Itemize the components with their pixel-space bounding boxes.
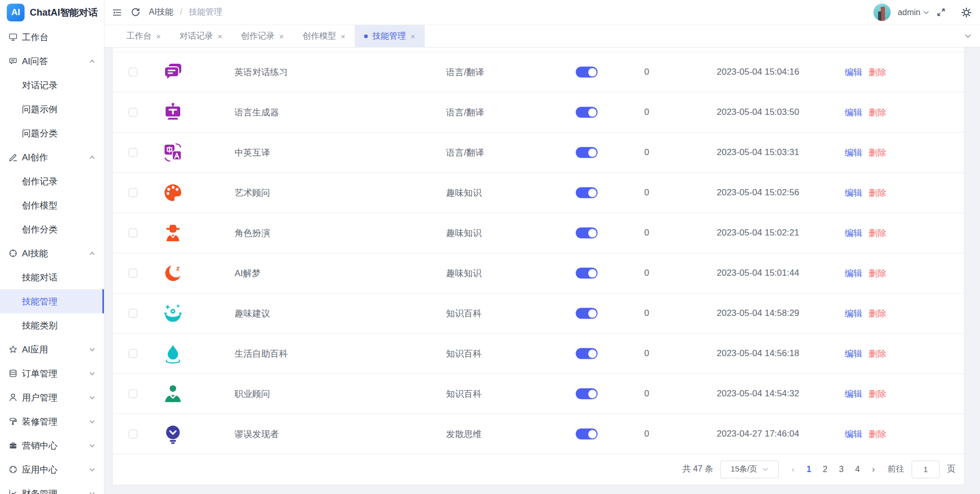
edit-link[interactable]: 编辑 <box>845 147 862 159</box>
prev-page-button[interactable]: ‹ <box>786 465 800 474</box>
delete-link[interactable]: 删除 <box>869 66 886 78</box>
fullscreen-icon[interactable] <box>936 7 946 17</box>
skill-category: 语言/翻译 <box>446 147 484 159</box>
edit-link[interactable]: 编辑 <box>845 267 862 279</box>
sidebar-item-label: AI应用 <box>22 344 48 356</box>
sidebar-item-marketing-center[interactable]: 营销中心 <box>0 433 104 457</box>
sidebar-item-creation-categories[interactable]: 创作分类 <box>0 217 104 241</box>
page-number-2[interactable]: 2 <box>818 462 832 477</box>
row-checkbox[interactable] <box>129 430 137 439</box>
enable-toggle[interactable] <box>576 187 598 198</box>
enable-toggle[interactable] <box>576 107 598 118</box>
sidebar-item-question-categories[interactable]: 问题分类 <box>0 121 104 145</box>
delete-link[interactable]: 删除 <box>869 308 886 320</box>
row-checkbox[interactable] <box>129 189 137 197</box>
row-checkbox[interactable] <box>129 269 137 278</box>
sidebar-item-label: 创作模型 <box>22 199 57 211</box>
tab-workbench[interactable]: 工作台× <box>117 25 170 47</box>
sidebar-item-skill-management[interactable]: 技能管理 <box>0 289 104 313</box>
edit-link[interactable]: 编辑 <box>845 428 862 440</box>
sidebar-item-app-center[interactable]: 应用中心 <box>0 457 104 481</box>
sidebar-item-ai-skills[interactable]: AI技能 <box>0 241 104 265</box>
tab-close-icon[interactable]: × <box>218 32 223 41</box>
usage-count: 0 <box>635 389 658 399</box>
sidebar-item-label: AI问答 <box>22 55 48 67</box>
next-page-button[interactable]: › <box>867 465 880 474</box>
sidebar-item-creation-records[interactable]: 创作记录 <box>0 169 104 193</box>
row-checkbox[interactable] <box>129 229 137 238</box>
sidebar-item-dialog-records[interactable]: 对话记录 <box>0 73 104 97</box>
edit-link[interactable]: 编辑 <box>845 66 862 78</box>
tab-creation-models[interactable]: 创作模型× <box>293 25 355 47</box>
settings-gear-icon[interactable] <box>961 7 972 18</box>
tabs-dropdown-chevron-icon[interactable] <box>964 25 972 47</box>
sidebar-item-creation-models[interactable]: 创作模型 <box>0 193 104 217</box>
avatar[interactable] <box>873 4 891 21</box>
row-checkbox[interactable] <box>129 148 137 157</box>
edit-link[interactable]: 编辑 <box>845 227 862 239</box>
tab-close-icon[interactable]: × <box>279 32 284 41</box>
tab-close-icon[interactable]: × <box>341 32 345 41</box>
edit-link[interactable]: 编辑 <box>845 348 862 360</box>
delete-link[interactable]: 删除 <box>869 147 886 159</box>
row-checkbox[interactable] <box>129 349 137 358</box>
sidebar-item-decoration-management[interactable]: 装修管理 <box>0 409 104 433</box>
edit-link[interactable]: 编辑 <box>845 187 862 199</box>
page-size-select[interactable]: 15条/页 <box>720 461 779 478</box>
enable-toggle[interactable] <box>576 228 598 239</box>
sidebar-item-ai-qa[interactable]: AI问答 <box>0 49 104 73</box>
table-row: 语言生成器语言/翻译02023-05-04 15:03:50编辑删除 <box>113 92 964 133</box>
refresh-icon[interactable] <box>131 7 141 17</box>
tab-creation-records[interactable]: 创作记录× <box>232 25 294 47</box>
delete-link[interactable]: 删除 <box>869 388 886 400</box>
enable-toggle[interactable] <box>576 389 598 399</box>
delete-link[interactable]: 删除 <box>869 428 886 440</box>
page-number-1[interactable]: 1 <box>802 462 816 477</box>
sidebar-item-user-management[interactable]: 用户管理 <box>0 385 104 409</box>
tab-skill-management[interactable]: 技能管理× <box>355 25 425 47</box>
paint-roller-icon <box>8 417 18 426</box>
delete-link[interactable]: 删除 <box>869 107 886 119</box>
row-checkbox[interactable] <box>129 68 137 77</box>
sidebar-item-label: 技能对话 <box>22 272 57 284</box>
skill-name: AI解梦 <box>235 267 261 279</box>
collapse-sidebar-icon[interactable] <box>112 7 122 18</box>
sidebar-item-skill-dialog[interactable]: 技能对话 <box>0 265 104 289</box>
enable-toggle[interactable] <box>576 67 598 78</box>
enable-toggle[interactable] <box>576 147 598 158</box>
delete-link[interactable]: 删除 <box>869 187 886 199</box>
edit-link[interactable]: 编辑 <box>845 308 862 320</box>
tab-close-icon[interactable]: × <box>411 32 415 41</box>
enable-toggle[interactable] <box>576 429 598 440</box>
delete-link[interactable]: 删除 <box>869 267 886 279</box>
chevron-up-icon <box>89 154 96 161</box>
sidebar-item-ai-creation[interactable]: AI创作 <box>0 145 104 169</box>
tab-close-icon[interactable]: × <box>156 32 161 41</box>
sidebar-item-finance-management[interactable]: 财务管理 <box>0 481 104 494</box>
delete-link[interactable]: 删除 <box>869 227 886 239</box>
goto-page-input[interactable] <box>912 461 940 478</box>
row-checkbox[interactable] <box>129 108 137 117</box>
sidebar-item-workbench[interactable]: 工作台 <box>0 25 104 49</box>
user-menu[interactable]: admin <box>897 8 929 17</box>
edit-link[interactable]: 编辑 <box>845 107 862 119</box>
enable-toggle[interactable] <box>576 348 598 359</box>
created-time: 2023-05-04 14:56:18 <box>717 348 799 359</box>
sidebar-item-order-management[interactable]: 订单管理 <box>0 361 104 385</box>
breadcrumb-parent[interactable]: AI技能 <box>149 7 173 16</box>
sidebar-item-question-examples[interactable]: 问题示例 <box>0 97 104 121</box>
page-number-4[interactable]: 4 <box>850 462 865 477</box>
businessman-icon <box>162 383 183 404</box>
enable-toggle[interactable] <box>576 268 598 279</box>
row-checkbox[interactable] <box>129 309 137 318</box>
page-number-3[interactable]: 3 <box>834 462 848 477</box>
tab-dialog-records[interactable]: 对话记录× <box>170 25 232 47</box>
skill-category: 语言/翻译 <box>446 107 484 119</box>
row-checkbox[interactable] <box>129 390 137 398</box>
sidebar-item-label: 对话记录 <box>22 79 57 91</box>
delete-link[interactable]: 删除 <box>869 348 886 360</box>
sidebar-item-skill-categories[interactable]: 技能类别 <box>0 313 104 337</box>
edit-link[interactable]: 编辑 <box>845 388 862 400</box>
enable-toggle[interactable] <box>576 308 598 319</box>
sidebar-item-ai-apps[interactable]: AI应用 <box>0 337 104 361</box>
